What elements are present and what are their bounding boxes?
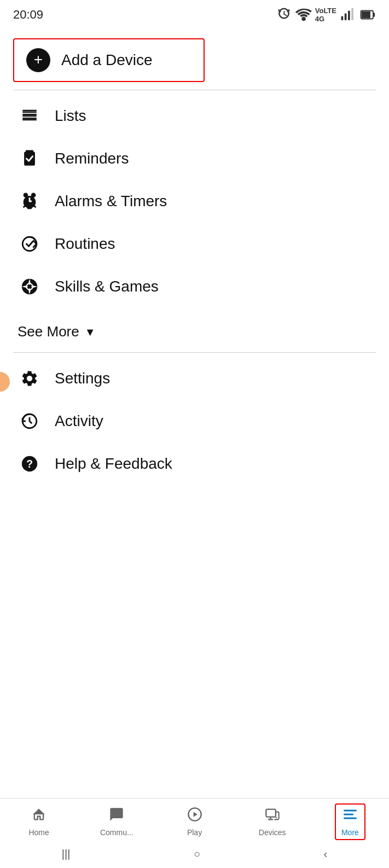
- svg-rect-6: [373, 13, 375, 17]
- menu-item-settings[interactable]: Settings: [0, 357, 389, 400]
- see-more-button[interactable]: See More ▼: [0, 312, 389, 352]
- menu-item-skills[interactable]: Skills & Games: [0, 265, 389, 308]
- menu-item-help[interactable]: ? Help & Feedback: [0, 442, 389, 485]
- svg-rect-0: [341, 16, 344, 21]
- lists-label: Lists: [55, 107, 86, 125]
- svg-point-18: [32, 193, 36, 197]
- more-nav-icon: [342, 807, 358, 826]
- routines-label: Routines: [55, 235, 115, 253]
- svg-rect-11: [26, 150, 33, 153]
- reminders-icon: [18, 149, 42, 168]
- svg-rect-3: [351, 8, 353, 21]
- communicate-nav-label: Commu...: [100, 828, 133, 837]
- more-nav-label: More: [341, 828, 359, 837]
- reminders-label: Reminders: [55, 150, 129, 167]
- status-time: 20:09: [13, 8, 43, 22]
- help-icon: ?: [18, 455, 42, 473]
- help-label: Help & Feedback: [55, 455, 172, 473]
- settings-icon: [18, 369, 42, 388]
- routines-icon: [18, 235, 42, 253]
- svg-rect-33: [266, 809, 276, 817]
- activity-icon: [18, 412, 42, 430]
- status-icons: VoLTE4G: [276, 7, 376, 23]
- activity-label: Activity: [55, 412, 103, 430]
- nav-item-home[interactable]: Home: [0, 807, 78, 837]
- android-nav-bar: ||| ○ ‹: [0, 842, 389, 868]
- add-device-button[interactable]: + Add a Device: [13, 38, 205, 82]
- home-nav-icon: [31, 807, 47, 826]
- plus-icon: +: [34, 52, 43, 67]
- lists-icon: [18, 107, 42, 125]
- nav-item-devices[interactable]: Devices: [234, 807, 311, 837]
- menu-item-reminders[interactable]: Reminders: [0, 137, 389, 180]
- bottom-menu-list: Settings Activity ? Help & Feedback: [0, 353, 389, 490]
- lte-indicator: VoLTE4G: [315, 7, 336, 23]
- see-more-label: See More: [18, 323, 79, 340]
- android-recents-btn[interactable]: |||: [62, 848, 71, 860]
- menu-list: Lists Reminders: [0, 90, 389, 312]
- alarms-icon: [18, 192, 42, 211]
- menu-item-alarms[interactable]: Alarms & Timers: [0, 180, 389, 223]
- svg-text:?: ?: [26, 458, 33, 470]
- devices-nav-icon: [265, 807, 280, 826]
- nav-item-more[interactable]: More: [311, 803, 389, 840]
- alarms-label: Alarms & Timers: [55, 193, 167, 210]
- svg-point-36: [276, 817, 277, 818]
- devices-nav-label: Devices: [259, 828, 286, 837]
- add-device-icon: +: [26, 48, 50, 72]
- skills-label: Skills & Games: [55, 278, 159, 295]
- svg-rect-19: [27, 207, 32, 209]
- nav-item-play[interactable]: Play: [155, 807, 233, 837]
- battery-icon: [359, 7, 376, 23]
- alarm-status-icon: [276, 7, 292, 23]
- more-nav-border: More: [335, 803, 365, 840]
- home-nav-label: Home: [28, 828, 49, 837]
- chevron-down-icon: ▼: [85, 326, 96, 339]
- nav-items-row: Home Commu... Play: [0, 799, 389, 842]
- play-nav-icon: [187, 807, 202, 826]
- svg-rect-5: [362, 11, 370, 19]
- skills-icon: [18, 277, 42, 296]
- svg-marker-32: [193, 812, 197, 817]
- signal-icon: [340, 7, 356, 23]
- android-back-btn[interactable]: ‹: [324, 848, 328, 860]
- communicate-nav-icon: [109, 807, 124, 826]
- settings-label: Settings: [55, 370, 110, 387]
- status-bar: 20:09 VoLTE4G: [0, 0, 389, 28]
- menu-item-lists[interactable]: Lists: [0, 95, 389, 137]
- svg-rect-2: [348, 11, 350, 21]
- svg-rect-14: [29, 201, 32, 202]
- add-device-section: + Add a Device: [0, 28, 389, 90]
- android-home-btn[interactable]: ○: [194, 848, 200, 860]
- menu-item-routines[interactable]: Routines: [0, 223, 389, 265]
- wifi-status-icon: [295, 7, 312, 23]
- nav-item-communicate[interactable]: Commu...: [78, 807, 155, 837]
- svg-point-17: [24, 193, 27, 197]
- bottom-nav: Home Commu... Play: [0, 798, 389, 868]
- play-nav-label: Play: [187, 828, 202, 837]
- add-device-label: Add a Device: [61, 51, 153, 69]
- menu-item-activity[interactable]: Activity: [0, 400, 389, 442]
- svg-rect-1: [345, 14, 347, 21]
